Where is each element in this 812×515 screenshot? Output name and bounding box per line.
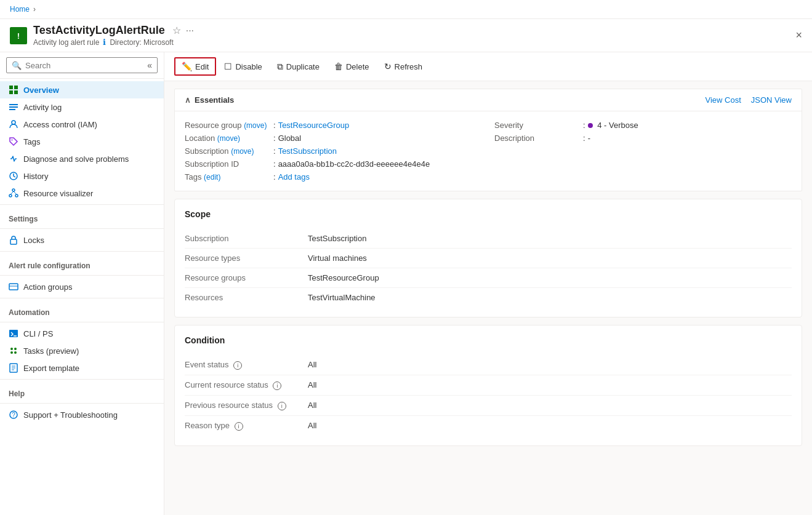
scope-row-value: Virtual machines <box>308 254 367 263</box>
sidebar-item-label: Tasks (preview) <box>23 346 79 356</box>
sidebar-item-locks[interactable]: Locks <box>0 231 164 249</box>
more-options-icon[interactable]: ··· <box>186 25 194 36</box>
condition-row: Current resource status i All <box>185 375 792 396</box>
svg-point-13 <box>9 194 12 197</box>
sidebar-item-export-template[interactable]: Export template <box>0 359 164 377</box>
description-value: - <box>588 134 590 143</box>
resource-group-value[interactable]: TestResourceGroup <box>278 121 350 130</box>
activity-log-icon <box>9 102 18 112</box>
condition-row-value: All <box>308 380 316 389</box>
scope-row-label: Resource groups <box>185 273 308 282</box>
duplicate-button[interactable]: ⧉ Duplicate <box>270 58 326 76</box>
sidebar-item-label: Diagnose and solve problems <box>23 154 129 164</box>
resource-group-row: Resource group (move) : TestResourceGrou… <box>185 119 482 132</box>
scope-row-value: TestResourceGroup <box>308 273 379 282</box>
automation-section-label: Automation <box>0 301 164 319</box>
svg-point-22 <box>10 348 13 350</box>
sidebar-item-activity-log[interactable]: Activity log <box>0 98 164 116</box>
access-control-icon <box>9 119 18 129</box>
sidebar-item-resource-visualizer[interactable]: Resource visualizer <box>0 185 164 202</box>
info-icon: i <box>235 422 243 431</box>
scope-row-label: Resources <box>185 293 308 302</box>
disable-button[interactable]: ☐ Disable <box>217 58 268 75</box>
essentials-collapse-icon[interactable]: ∧ <box>185 95 191 105</box>
export-template-icon <box>9 363 18 373</box>
condition-row-label: Event status i <box>185 360 308 370</box>
add-tags-link[interactable]: Add tags <box>278 172 310 182</box>
search-icon: 🔍 <box>12 61 22 70</box>
svg-rect-5 <box>14 90 18 94</box>
scope-row: Resource types Virtual machines <box>185 249 792 268</box>
settings-section-label: Settings <box>0 207 164 226</box>
toolbar: ✏️ Edit ☐ Disable ⧉ Duplicate 🗑 Delete ↻ <box>164 52 812 81</box>
json-view-link[interactable]: JSON View <box>751 95 792 105</box>
scope-row: Resource groups TestResourceGroup <box>185 268 792 288</box>
title-group: TestActivityLogAlertRule ☆ ··· Activity … <box>33 24 194 47</box>
page-header: ! TestActivityLogAlertRule ☆ ··· Activit… <box>0 19 812 52</box>
svg-rect-6 <box>9 104 18 105</box>
tasks-icon <box>9 346 18 356</box>
close-button[interactable]: × <box>795 29 802 42</box>
sidebar-item-tasks[interactable]: Tasks (preview) <box>0 342 164 359</box>
sidebar-item-support[interactable]: ? Support + Troubleshooting <box>0 406 164 423</box>
favorite-icon[interactable]: ☆ <box>172 25 181 36</box>
svg-point-9 <box>12 121 15 124</box>
essentials-grid: Resource group (move) : TestResourceGrou… <box>175 111 802 191</box>
sidebar-item-access-control[interactable]: Access control (IAM) <box>0 116 164 133</box>
svg-line-15 <box>10 191 14 194</box>
sidebar: 🔍 « Overview Activ <box>0 52 164 515</box>
essentials-header: ∧ Essentials View Cost JSON View <box>175 89 802 111</box>
condition-row-label: Reason type i <box>185 421 308 431</box>
location-value: Global <box>278 134 302 143</box>
svg-text:!: ! <box>17 31 20 41</box>
sidebar-item-label: Tags <box>23 137 40 146</box>
edit-button[interactable]: ✏️ Edit <box>174 57 216 76</box>
condition-row: Event status i All <box>185 355 792 375</box>
resource-visualizer-icon <box>9 188 18 198</box>
cli-icon <box>9 329 18 338</box>
scope-row: Resources TestVirtualMachine <box>185 288 792 307</box>
svg-rect-8 <box>9 109 15 110</box>
resource-group-move-link[interactable]: (move) <box>244 121 267 130</box>
description-row: Description : - <box>494 132 792 145</box>
sidebar-item-diagnose[interactable]: Diagnose and solve problems <box>0 150 164 167</box>
info-icon: i <box>233 361 242 370</box>
sidebar-item-tags[interactable]: Tags <box>0 133 164 150</box>
condition-row: Previous resource status i All <box>185 396 792 416</box>
subscription-move-link[interactable]: (move) <box>231 147 254 156</box>
location-move-link[interactable]: (move) <box>217 134 240 143</box>
tags-edit-link[interactable]: (edit) <box>204 173 220 182</box>
overview-icon <box>9 85 18 95</box>
scope-card: Scope Subscription TestSubscription Reso… <box>174 199 802 317</box>
sidebar-item-action-groups[interactable]: Action groups <box>0 278 164 295</box>
refresh-button[interactable]: ↻ Refresh <box>377 58 430 75</box>
page-subtitle: Activity log alert rule ℹ Directory: Mic… <box>33 38 194 47</box>
tags-row: Tags (edit) : Add tags <box>185 170 482 183</box>
sidebar-item-history[interactable]: History <box>0 167 164 185</box>
svg-rect-4 <box>9 90 13 94</box>
sidebar-item-overview[interactable]: Overview <box>0 81 164 98</box>
subtitle-type: Activity log alert rule <box>33 38 99 47</box>
svg-text:?: ? <box>12 412 15 418</box>
sidebar-item-cli-ps[interactable]: CLI / PS <box>0 325 164 342</box>
svg-rect-2 <box>9 86 13 89</box>
essentials-links: View Cost JSON View <box>705 95 792 105</box>
sidebar-item-label: Support + Troubleshooting <box>23 410 118 420</box>
severity-row: Severity : 4 - Verbose <box>494 119 792 132</box>
edit-icon: ✏️ <box>182 62 192 71</box>
delete-button[interactable]: 🗑 Delete <box>328 58 376 75</box>
history-icon <box>9 171 18 181</box>
search-input[interactable] <box>25 61 143 70</box>
sidebar-item-label: Action groups <box>23 282 73 292</box>
content-area: ✏️ Edit ☐ Disable ⧉ Duplicate 🗑 Delete ↻ <box>164 52 812 515</box>
action-groups-icon <box>9 282 18 292</box>
condition-card-title: Condition <box>185 335 792 345</box>
collapse-sidebar-icon[interactable]: « <box>147 60 152 70</box>
sidebar-search-container: 🔍 « <box>0 52 164 79</box>
breadcrumb-home[interactable]: Home <box>10 5 30 14</box>
view-cost-link[interactable]: View Cost <box>705 95 741 105</box>
svg-point-24 <box>10 351 13 354</box>
condition-row-value: All <box>308 401 316 410</box>
subscription-value[interactable]: TestSubscription <box>278 146 337 156</box>
resource-icon: ! <box>10 27 27 44</box>
